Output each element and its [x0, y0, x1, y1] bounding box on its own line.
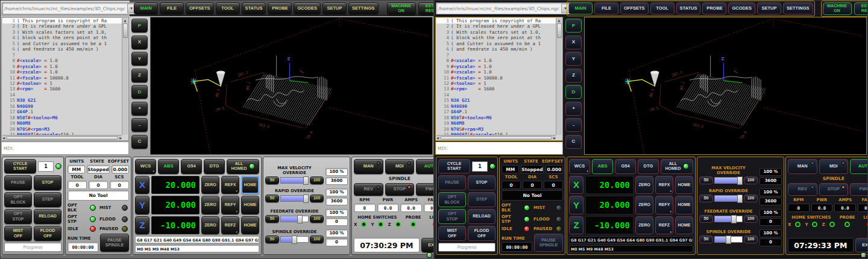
home-y-button[interactable]: HOME — [675, 196, 693, 214]
zero-x-button[interactable]: ZERO — [201, 176, 219, 195]
spindle-max-button[interactable]: 100 — [744, 236, 758, 243]
spindle-min-button[interactable]: 50 — [265, 236, 279, 243]
scroll-right-icon[interactable]: ▶ — [119, 136, 122, 140]
feedrate-max-button[interactable]: 100 — [744, 215, 758, 223]
view-dimensions-button[interactable]: D — [565, 85, 582, 99]
scrollbar-thumb[interactable] — [557, 23, 562, 38]
axis-y-button[interactable]: Y — [569, 196, 583, 214]
flood-off-button[interactable]: FLOOD OFF — [468, 226, 495, 241]
feedrate-min-button[interactable]: 50 — [265, 215, 279, 223]
opt-stop-button[interactable]: OPT STOP — [4, 209, 32, 224]
mist-off-button[interactable]: MIST OFF — [438, 226, 466, 241]
view-x-button[interactable]: X — [131, 36, 148, 49]
rapid-max-button[interactable]: 100 — [744, 195, 758, 202]
auto-mode-button[interactable]: AUTO — [416, 159, 434, 174]
axis-x-button[interactable]: X — [569, 176, 583, 195]
vertical-scrollbar[interactable]: ▲ — [122, 18, 128, 135]
stop-button[interactable]: STOP — [468, 175, 495, 190]
home-z-button[interactable]: HOME — [241, 216, 259, 235]
max-velocity-min-button[interactable]: 50 — [265, 176, 279, 184]
tab-settings[interactable]: SETTINGS — [783, 2, 813, 14]
feedrate-max-button[interactable]: 100 — [310, 215, 324, 223]
spindle-rev-button[interactable]: REV — [354, 183, 383, 196]
max-velocity-slider[interactable] — [714, 177, 743, 184]
step-button[interactable]: STEP — [34, 192, 61, 207]
rapid-override-slider[interactable] — [280, 195, 309, 202]
tab-status[interactable]: STATUS — [242, 2, 266, 14]
estop-reset-button[interactable]: ESTOP RESET — [854, 2, 868, 15]
horizontal-scrollbar[interactable]: ◀ ▶ — [2, 135, 122, 140]
tab-probe[interactable]: PROBE — [702, 2, 726, 14]
machine-on-button[interactable]: MACHINE ON — [823, 2, 852, 15]
exit-button[interactable]: EXIT — [855, 238, 868, 252]
pause-spindle-button[interactable]: PAUSE SPINDLE — [534, 234, 563, 252]
tab-probe[interactable]: PROBE — [268, 2, 292, 14]
tab-tool[interactable]: TOOL — [216, 2, 240, 14]
tab-gcodes[interactable]: GCODES — [728, 2, 755, 14]
feedrate-override-slider[interactable] — [714, 216, 743, 222]
scrollbar-thumb[interactable] — [123, 23, 128, 38]
rapid-override-slider[interactable] — [714, 195, 743, 202]
zero-z-button[interactable]: ZERO — [201, 216, 219, 235]
cycle-start-button[interactable]: CYCLE START — [438, 159, 470, 173]
spindle-override-slider[interactable] — [280, 236, 309, 243]
machine-on-button[interactable]: MACHINE ON — [387, 2, 416, 15]
pause-spindle-button[interactable]: PAUSE SPINDLE — [100, 234, 129, 252]
zoom-in-button[interactable]: + — [131, 102, 148, 116]
feedrate-min-button[interactable]: 50 — [699, 215, 713, 223]
mdi-input[interactable]: MDI: — [435, 142, 563, 155]
abs-button[interactable]: ABS — [592, 159, 613, 174]
file-path-combo[interactable]: /home/chris/linuxcnc/nc_files/examples/3… — [436, 2, 571, 14]
ref-x-button[interactable]: REFX▾ — [221, 176, 239, 195]
tab-setup[interactable]: SETUP — [757, 2, 781, 14]
g54-button[interactable]: G54 — [181, 159, 202, 174]
axis-y-button[interactable]: Y — [135, 196, 149, 214]
spindle-fwd-button[interactable]: FWD — [416, 183, 434, 196]
home-x-button[interactable]: HOME — [241, 176, 259, 195]
max-velocity-max-button[interactable]: 100 — [310, 176, 324, 184]
rapid-min-button[interactable]: 50 — [265, 195, 279, 202]
stop-button[interactable]: STOP — [34, 175, 61, 190]
exit-button[interactable]: EXIT — [421, 238, 434, 252]
file-path-combo[interactable]: /home/chris/linuxcnc/nc_files/examples/3… — [2, 2, 137, 14]
tab-setup[interactable]: SETUP — [322, 2, 347, 14]
ref-x-button[interactable]: REFX▾ — [655, 176, 673, 195]
tab-main[interactable]: MAIN — [568, 2, 593, 14]
scrollbar-thumb[interactable] — [440, 136, 552, 140]
spindle-stop-button[interactable]: STOP — [385, 183, 415, 196]
home-y-button[interactable]: HOME — [241, 196, 259, 214]
view-y-button[interactable]: Y — [131, 52, 148, 66]
tray-icon[interactable] — [861, 252, 866, 258]
clear-plot-button[interactable]: C — [131, 135, 148, 149]
spindle-fwd-button[interactable]: FWD — [850, 183, 868, 196]
tab-offsets[interactable]: OFFSETS — [186, 2, 214, 14]
scroll-left-icon[interactable]: ◀ — [2, 136, 5, 140]
spindle-stop-button[interactable]: STOP — [819, 183, 849, 196]
spindle-override-slider[interactable] — [714, 236, 743, 243]
home-z-button[interactable]: HOME — [675, 216, 693, 235]
zero-y-button[interactable]: ZERO — [201, 196, 219, 214]
all-homed-button[interactable]: ALL HOMED — [227, 159, 259, 174]
view-dimensions-button[interactable]: D — [131, 85, 148, 99]
pause-button[interactable]: PAUSE — [438, 175, 466, 190]
zoom-out-button[interactable]: - — [131, 118, 148, 132]
rapid-min-button[interactable]: 50 — [699, 195, 713, 202]
auto-mode-button[interactable]: AUTO — [850, 159, 868, 174]
home-x-button[interactable]: HOME — [675, 176, 693, 195]
feedrate-override-slider[interactable] — [280, 216, 309, 222]
axis-x-button[interactable]: X — [135, 176, 149, 195]
gcode-listing[interactable]: 1( This program is copyright of Ra2( It … — [1, 17, 129, 141]
zero-y-button[interactable]: ZERO — [635, 196, 653, 214]
gcode-listing[interactable]: 1( This program is copyright of Ra2( It … — [435, 17, 563, 141]
rapid-max-button[interactable]: 100 — [310, 195, 324, 202]
gremlin-3d-view[interactable]: 103.5 50.0 40.5 -30.5 287.7 90.1 — [584, 17, 867, 155]
wcs-button[interactable]: WCS▾ — [135, 159, 156, 174]
ref-z-button[interactable]: REFZ▾ — [221, 216, 239, 235]
max-velocity-min-button[interactable]: 50 — [699, 176, 713, 184]
tab-main[interactable]: MAIN — [134, 2, 158, 14]
pause-button[interactable]: PAUSE — [4, 175, 32, 190]
mdi-input[interactable]: MDI: — [1, 142, 129, 155]
scroll-right-icon[interactable]: ▶ — [553, 136, 556, 140]
spindle-max-button[interactable]: 100 — [310, 236, 324, 243]
view-x-button[interactable]: X — [565, 36, 582, 49]
